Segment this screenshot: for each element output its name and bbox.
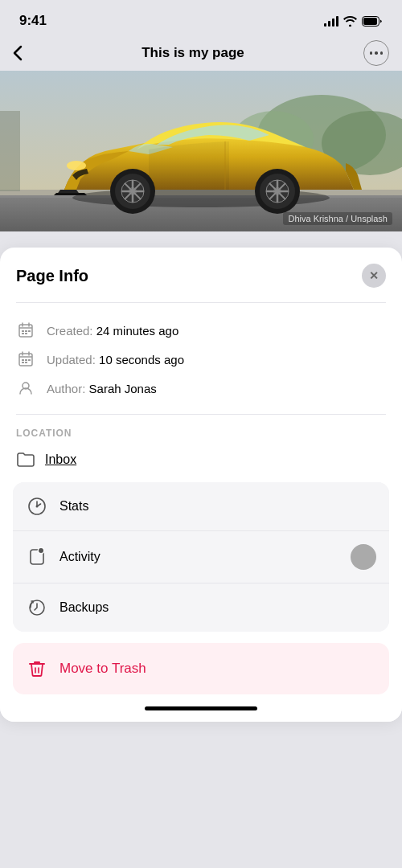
- home-bar: [145, 706, 257, 710]
- trash-row[interactable]: Move to Trash: [13, 643, 389, 694]
- home-indicator: [0, 694, 402, 722]
- svg-rect-42: [22, 333, 24, 334]
- actions-section: Stats Activity: [13, 482, 389, 632]
- backups-label: Backups: [59, 600, 376, 615]
- author-text: Author: Sarah Jonas: [47, 382, 157, 395]
- created-row: Created: 24 minutes ago: [16, 316, 386, 345]
- trash-section[interactable]: Move to Trash: [13, 643, 389, 694]
- back-button[interactable]: [13, 45, 23, 61]
- header-divider: [16, 302, 386, 303]
- calendar-icon: [16, 321, 35, 340]
- svg-rect-49: [25, 359, 27, 361]
- close-icon: ✕: [369, 270, 379, 281]
- status-bar: 9:41: [0, 0, 402, 35]
- created-text: Created: 24 minutes ago: [47, 324, 178, 338]
- card-inner: Page Info ✕: [0, 248, 402, 482]
- hero-image: Dhiva Krishna / Unsplash: [0, 71, 402, 231]
- content-gap: [0, 231, 402, 248]
- author-row: Author: Sarah Jonas: [16, 374, 386, 403]
- stats-label: Stats: [59, 499, 376, 514]
- updated-text: Updated: 10 seconds ago: [47, 353, 184, 366]
- stats-row[interactable]: Stats: [13, 482, 389, 530]
- page-title: This is my page: [142, 45, 244, 61]
- person-icon: [16, 379, 35, 398]
- page-info-header: Page Info ✕: [16, 264, 386, 288]
- actions-wrapper: Stats Activity: [0, 482, 402, 694]
- svg-rect-43: [25, 333, 27, 334]
- updated-row: Updated: 10 seconds ago: [16, 345, 386, 374]
- svg-point-33: [67, 161, 86, 170]
- svg-rect-50: [28, 359, 31, 361]
- location-section-label: LOCATION: [16, 428, 386, 439]
- battery-icon: [362, 16, 383, 27]
- location-divider: [16, 414, 386, 415]
- activity-toggle[interactable]: [351, 544, 376, 570]
- author-value: Sarah Jonas: [89, 382, 157, 395]
- more-button[interactable]: [363, 40, 389, 66]
- svg-rect-34: [0, 111, 20, 191]
- svg-rect-40: [25, 330, 27, 332]
- activity-icon: [26, 546, 48, 568]
- svg-rect-48: [22, 359, 24, 361]
- svg-rect-52: [25, 362, 27, 363]
- svg-rect-41: [28, 330, 31, 332]
- backups-icon: [26, 596, 48, 619]
- svg-rect-39: [22, 330, 24, 332]
- stats-icon: [26, 495, 48, 518]
- location-value[interactable]: Inbox: [45, 452, 76, 467]
- created-value: 24 minutes ago: [96, 324, 179, 338]
- svg-point-55: [36, 506, 39, 508]
- updated-calendar-icon: [16, 350, 35, 369]
- wifi-icon: [343, 16, 357, 27]
- svg-rect-1: [363, 18, 377, 25]
- location-row[interactable]: Inbox: [16, 447, 386, 482]
- trash-icon: [26, 657, 48, 680]
- status-time: 9:41: [19, 13, 47, 29]
- trash-label: Move to Trash: [59, 661, 146, 677]
- activity-row[interactable]: Activity: [13, 530, 389, 583]
- updated-value: 10 seconds ago: [99, 353, 184, 366]
- signal-icon: [324, 15, 338, 27]
- nav-bar: This is my page: [0, 35, 402, 71]
- page-info-title: Page Info: [16, 267, 88, 285]
- activity-label: Activity: [59, 550, 339, 564]
- svg-rect-51: [22, 362, 24, 363]
- folder-icon: [16, 450, 35, 469]
- backups-row[interactable]: Backups: [13, 583, 389, 632]
- photo-credit: Dhiva Krishna / Unsplash: [283, 212, 392, 225]
- close-button[interactable]: ✕: [362, 264, 386, 288]
- svg-point-58: [39, 548, 43, 553]
- page-info-card: Page Info ✕: [0, 248, 402, 722]
- status-icons: [324, 15, 383, 27]
